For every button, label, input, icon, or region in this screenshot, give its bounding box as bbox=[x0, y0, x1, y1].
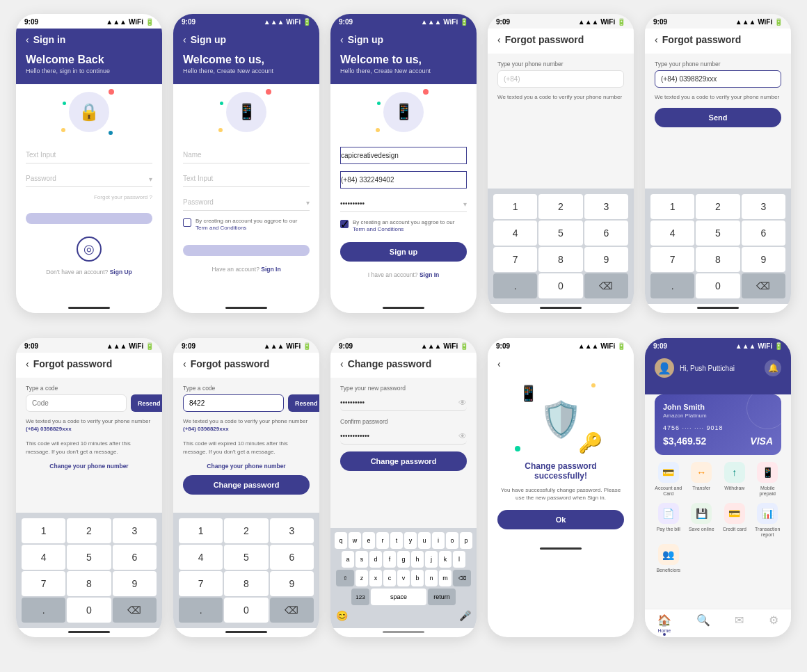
new-password-input[interactable] bbox=[340, 394, 467, 411]
key-dot[interactable]: . bbox=[650, 273, 694, 298]
key-8[interactable]: 8 bbox=[224, 571, 268, 596]
key-9[interactable]: 9 bbox=[113, 571, 157, 596]
key-9[interactable]: 9 bbox=[742, 247, 785, 272]
key-8[interactable]: 8 bbox=[696, 247, 740, 272]
action-withdraw[interactable]: ↑ Withdraw bbox=[721, 462, 749, 497]
terms-link[interactable]: Term and Conditions bbox=[195, 225, 246, 231]
key-3[interactable]: 3 bbox=[742, 194, 785, 219]
key-backspace[interactable]: ⌫ bbox=[584, 273, 628, 298]
terms-checkbox[interactable]: ✓ bbox=[340, 220, 349, 228]
mic-icon[interactable]: 🎤 bbox=[459, 610, 471, 621]
key-4[interactable]: 4 bbox=[22, 545, 65, 570]
resend-button[interactable]: Resend bbox=[288, 394, 319, 412]
back-arrow[interactable]: ‹ bbox=[655, 34, 658, 45]
key-1[interactable]: 1 bbox=[22, 518, 65, 543]
key-backspace[interactable]: ⌫ bbox=[113, 598, 157, 623]
key-7[interactable]: 7 bbox=[493, 247, 537, 272]
key-backspace[interactable]: ⌫ bbox=[742, 273, 785, 298]
key-3[interactable]: 3 bbox=[270, 518, 314, 543]
ok-button[interactable]: Ok bbox=[497, 510, 624, 529]
code-input[interactable] bbox=[26, 394, 127, 412]
key-7[interactable]: 7 bbox=[650, 247, 694, 272]
nav-search[interactable]: 🔍 bbox=[696, 614, 710, 633]
key-backspace[interactable]: ⌫ bbox=[453, 570, 471, 586]
key-6[interactable]: 6 bbox=[113, 545, 157, 570]
action-transaction[interactable]: 📊 Transaction report bbox=[754, 503, 782, 538]
key-6[interactable]: 6 bbox=[584, 221, 628, 246]
phone-input[interactable] bbox=[340, 171, 467, 189]
action-account-card[interactable]: 💳 Account and Card bbox=[655, 462, 682, 497]
key-8[interactable]: 8 bbox=[538, 247, 582, 272]
signup-button[interactable] bbox=[183, 245, 310, 256]
key-w[interactable]: w bbox=[349, 532, 361, 549]
fingerprint-icon[interactable]: ◎ bbox=[77, 237, 102, 262]
action-transfer[interactable]: ↔ Transfer bbox=[688, 462, 716, 497]
change-phone-link[interactable]: Change your phone number bbox=[26, 463, 152, 470]
back-arrow[interactable]: ‹ bbox=[183, 34, 186, 45]
key-b[interactable]: b bbox=[411, 570, 424, 586]
fingerprint-area[interactable]: ◎ bbox=[26, 237, 152, 262]
forgot-link[interactable]: Forgot your password ? bbox=[26, 194, 152, 200]
key-5[interactable]: 5 bbox=[696, 221, 740, 246]
send-button[interactable]: Send bbox=[655, 108, 781, 127]
key-dot[interactable]: . bbox=[493, 273, 537, 298]
key-c[interactable]: c bbox=[383, 570, 396, 586]
key-f[interactable]: f bbox=[383, 551, 396, 568]
nav-messages[interactable]: ✉ bbox=[735, 614, 744, 633]
key-e[interactable]: e bbox=[362, 532, 375, 549]
key-n[interactable]: n bbox=[425, 570, 438, 586]
key-x[interactable]: x bbox=[369, 570, 382, 586]
key-a[interactable]: a bbox=[342, 551, 354, 568]
key-6[interactable]: 6 bbox=[270, 545, 314, 570]
key-return[interactable]: return bbox=[428, 589, 456, 605]
key-2[interactable]: 2 bbox=[67, 518, 111, 543]
key-7[interactable]: 7 bbox=[22, 571, 65, 596]
nav-settings[interactable]: ⚙ bbox=[769, 614, 778, 633]
code-input[interactable] bbox=[183, 394, 284, 412]
resend-button[interactable]: Resend bbox=[131, 394, 162, 412]
key-2[interactable]: 2 bbox=[224, 518, 268, 543]
key-r[interactable]: r bbox=[376, 532, 389, 549]
key-h[interactable]: h bbox=[411, 551, 424, 568]
key-2[interactable]: 2 bbox=[538, 194, 582, 219]
signin-button[interactable] bbox=[26, 213, 152, 224]
key-5[interactable]: 5 bbox=[67, 545, 111, 570]
key-2[interactable]: 2 bbox=[696, 194, 740, 219]
key-space[interactable]: space bbox=[371, 589, 426, 605]
phone-number-input[interactable] bbox=[655, 70, 781, 88]
key-z[interactable]: z bbox=[355, 570, 368, 586]
key-5[interactable]: 5 bbox=[224, 545, 268, 570]
text-input[interactable] bbox=[26, 147, 152, 163]
change-phone-link[interactable]: Change your phone number bbox=[183, 463, 310, 470]
key-shift[interactable]: ⇧ bbox=[336, 570, 354, 586]
password-input[interactable] bbox=[26, 170, 152, 187]
key-3[interactable]: 3 bbox=[584, 194, 628, 219]
action-pay-bill[interactable]: 📄 Pay the bill bbox=[655, 503, 682, 538]
key-t[interactable]: t bbox=[390, 532, 403, 549]
key-v[interactable]: v bbox=[397, 570, 410, 586]
key-m[interactable]: m bbox=[439, 570, 452, 586]
text-input[interactable] bbox=[183, 170, 310, 187]
signin-anchor[interactable]: Sign In bbox=[420, 271, 439, 278]
signup-button[interactable]: Sign up bbox=[340, 242, 467, 262]
key-0[interactable]: 0 bbox=[224, 598, 268, 623]
key-q[interactable]: q bbox=[335, 532, 347, 549]
phone-number-input[interactable] bbox=[497, 70, 624, 88]
key-5[interactable]: 5 bbox=[538, 221, 582, 246]
key-0[interactable]: 0 bbox=[696, 273, 740, 298]
key-d[interactable]: d bbox=[369, 551, 382, 568]
back-arrow[interactable]: ‹ bbox=[26, 34, 29, 45]
back-arrow[interactable]: ‹ bbox=[340, 34, 344, 45]
signin-anchor[interactable]: Sign In bbox=[261, 266, 280, 273]
action-beneficiaries[interactable]: 👥 Beneficiors bbox=[655, 544, 682, 573]
username-input[interactable] bbox=[340, 147, 467, 164]
eye-icon[interactable]: 👁 bbox=[458, 398, 467, 408]
key-9[interactable]: 9 bbox=[584, 247, 628, 272]
key-g[interactable]: g bbox=[397, 551, 410, 568]
action-credit-card[interactable]: 💳 Credit card bbox=[721, 503, 749, 538]
key-1[interactable]: 1 bbox=[493, 194, 537, 219]
change-password-button[interactable]: Change password bbox=[183, 475, 310, 495]
key-7[interactable]: 7 bbox=[179, 571, 223, 596]
key-0[interactable]: 0 bbox=[67, 598, 111, 623]
key-k[interactable]: k bbox=[439, 551, 452, 568]
